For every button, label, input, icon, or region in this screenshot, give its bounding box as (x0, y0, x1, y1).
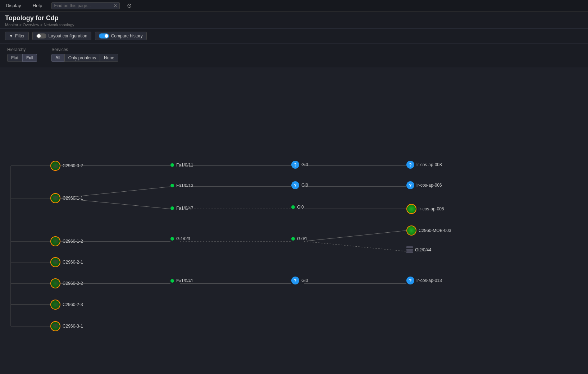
node-label-lr-ap-013: lr-cos-ap-013 (416, 278, 442, 283)
unknown-icon-gi0-2: ? (291, 181, 299, 189)
node-c2960-2-2[interactable]: C2960-2-2 (50, 278, 83, 288)
device-icon-c2960-2-2 (50, 278, 60, 288)
port-fa1013[interactable]: Fa1/0/13 (170, 183, 193, 188)
node-c2960-mob[interactable]: C2960-MOB-003 (406, 225, 451, 236)
device-icon-c2960-1-2 (50, 236, 60, 246)
hierarchy-full-button[interactable]: Full (22, 54, 37, 62)
node-c2960-1-1[interactable]: C2960-1-1 (50, 193, 83, 203)
svg-line-21 (304, 231, 406, 241)
filter-button[interactable]: ▼ Filter (5, 32, 29, 40)
unknown-icon-gi0-1: ? (291, 161, 299, 169)
port-gi0-3[interactable]: Gi0 (291, 205, 304, 210)
port-label-gi01: Gi0/1 (297, 236, 307, 241)
node-label-gi2044: Gi2/0/44 (415, 247, 431, 252)
node-label-c2960-2-2: C2960-2-2 (63, 281, 83, 286)
port-dot-fa1011 (170, 163, 174, 167)
layout-label: Layout configuration (49, 33, 87, 38)
node-label-lr-ap-008: lr-cos-ap-008 (416, 162, 442, 167)
toolbar: ▼ Filter Layout configuration Compare hi… (0, 29, 588, 44)
port-gi01[interactable]: Gi0/1 (291, 236, 307, 241)
port-label-gi0-2: Gi0 (301, 183, 308, 188)
page-title: Topology for Cdp (5, 14, 583, 22)
node-c2960-0-2[interactable]: C2960-0-2 (50, 161, 83, 171)
port-label-gi0-4: Gi0 (301, 278, 308, 283)
port-fa1047[interactable]: Fa1/0/47 (170, 206, 193, 211)
node-c2960-1-2[interactable]: C2960-1-2 (50, 236, 83, 246)
search-clear-button[interactable]: ✕ (114, 3, 117, 8)
node-lr-ap-006[interactable]: ? lr-cos-ap-006 (406, 181, 442, 189)
port-gi103[interactable]: Gi1/0/3 (170, 236, 190, 241)
node-lr-ap-013[interactable]: ? lr-cos-ap-013 (406, 277, 442, 284)
device-icon-c2960-3-1 (50, 321, 60, 331)
node-c2960-2-1[interactable]: C2960-2-1 (50, 257, 83, 267)
node-lr-ap-008[interactable]: ? lr-cos-ap-008 (406, 161, 442, 169)
port-label-gi0-3: Gi0 (297, 205, 304, 210)
node-label-lr-ap-005: lr-cos-ap-005 (419, 206, 444, 211)
port-gi0-1[interactable]: ? Gi0 (291, 161, 308, 169)
port-gi0-4[interactable]: ? Gi0 (291, 277, 308, 284)
search-box: ✕ (51, 2, 120, 9)
search-arrow-button[interactable]: ⊙ (127, 2, 132, 9)
port-label-gi103: Gi1/0/3 (176, 236, 190, 241)
search-input[interactable] (54, 3, 111, 8)
filter-icon: ▼ (9, 33, 13, 38)
port-dot-fa1047 (170, 206, 174, 210)
help-menu[interactable]: Help (31, 1, 45, 10)
compare-history-button[interactable]: Compare history (95, 32, 147, 40)
device-icon-lr-ap-005 (406, 204, 416, 214)
unknown-icon-lr-ap-006: ? (406, 181, 414, 189)
node-label-c2960-3-1: C2960-3-1 (63, 324, 83, 329)
svg-line-22 (304, 241, 406, 251)
services-btn-group: All Only problems None (51, 54, 118, 62)
layout-config-button[interactable]: Layout configuration (32, 32, 91, 40)
device-icon-c2960-2-1 (50, 257, 60, 267)
port-dot-fa1041 (170, 279, 174, 283)
unknown-icon-lr-ap-013: ? (406, 277, 414, 284)
hierarchy-btn-group: Flat Full (7, 54, 37, 62)
services-label: Services (51, 47, 118, 52)
services-filter-group: Services All Only problems None (51, 47, 118, 62)
breadcrumb: Monitor > Overview > Network topology (5, 23, 583, 27)
port-label-fa1041: Fa1/0/41 (176, 278, 193, 283)
port-label-gi0-1: Gi0 (301, 162, 308, 167)
node-label-c2960-2-1: C2960-2-1 (63, 260, 83, 265)
layout-toggle-switch (36, 33, 46, 38)
node-label-c2960-1-1: C2960-1-1 (63, 196, 83, 201)
display-menu[interactable]: Display (4, 1, 23, 10)
topology-canvas: C2960-0-2 C2960-1-1 C2960-1-2 C2960-2-1 … (0, 68, 588, 341)
compare-toggle-switch (99, 33, 109, 38)
top-bar: Display Help ✕ ⊙ (0, 0, 588, 12)
port-fa1011[interactable]: Fa1/0/11 (170, 163, 193, 168)
port-label-fa1011: Fa1/0/11 (176, 163, 193, 168)
unknown-icon-gi0-4: ? (291, 277, 299, 284)
services-none-button[interactable]: None (100, 54, 118, 62)
port-label-fa1047: Fa1/0/47 (176, 206, 193, 211)
stack-icon-gi2044 (406, 246, 413, 253)
page-title-bar: Topology for Cdp Monitor > Overview > Ne… (0, 12, 588, 29)
unknown-icon-lr-ap-008: ? (406, 161, 414, 169)
port-dot-gi103 (170, 237, 174, 241)
hierarchy-filter-group: Hierarchy Flat Full (7, 47, 37, 62)
compare-label: Compare history (111, 33, 143, 38)
node-c2960-2-3[interactable]: C2960-2-3 (50, 300, 83, 310)
port-gi0-2[interactable]: ? Gi0 (291, 181, 308, 189)
node-label-c2960-mob: C2960-MOB-003 (419, 228, 451, 233)
device-icon-c2960-mob (406, 225, 416, 236)
filter-label: Filter (15, 33, 25, 38)
device-icon-c2960-1-1 (50, 193, 60, 203)
node-label-c2960-0-2: C2960-0-2 (63, 163, 83, 168)
port-fa1041[interactable]: Fa1/0/41 (170, 278, 193, 283)
node-gi2044[interactable]: Gi2/0/44 (406, 246, 431, 253)
device-icon-c2960-0-2 (50, 161, 60, 171)
services-all-button[interactable]: All (51, 54, 64, 62)
node-c2960-3-1[interactable]: C2960-3-1 (50, 321, 83, 331)
hierarchy-label: Hierarchy (7, 47, 37, 52)
port-dot-gi0-3 (291, 205, 295, 209)
node-lr-ap-005[interactable]: lr-cos-ap-005 (406, 204, 444, 214)
services-problems-button[interactable]: Only problems (64, 54, 100, 62)
hierarchy-flat-button[interactable]: Flat (7, 54, 22, 62)
node-label-c2960-1-2: C2960-1-2 (63, 239, 83, 244)
filter-panel: Hierarchy Flat Full Services All Only pr… (0, 44, 588, 68)
port-dot-fa1013 (170, 184, 174, 187)
node-label-lr-ap-006: lr-cos-ap-006 (416, 183, 442, 188)
